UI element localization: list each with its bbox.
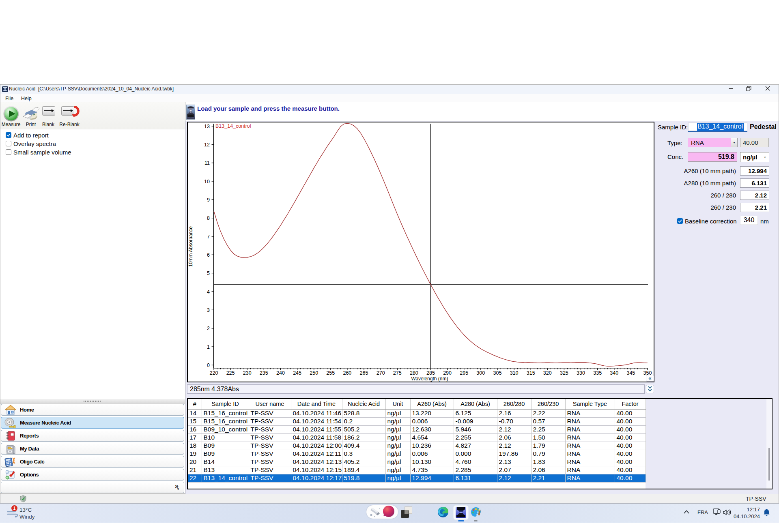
svg-text:300: 300	[476, 370, 485, 376]
svg-text:230: 230	[243, 370, 252, 376]
svg-text:250: 250	[310, 370, 318, 376]
svg-text:245: 245	[293, 370, 301, 376]
svg-text:285: 285	[426, 370, 435, 376]
svg-text:220: 220	[210, 370, 218, 376]
svg-text:290: 290	[443, 370, 452, 376]
svg-text:325: 325	[560, 370, 568, 376]
svg-text:260: 260	[343, 370, 351, 376]
svg-text:10: 10	[204, 179, 210, 184]
svg-text:5: 5	[207, 270, 210, 276]
svg-text:345: 345	[626, 370, 635, 376]
svg-text:11: 11	[204, 160, 210, 166]
svg-text:0: 0	[207, 363, 210, 368]
svg-text:Wavelength (nm): Wavelength (nm)	[411, 376, 448, 382]
svg-text:4: 4	[207, 289, 210, 295]
svg-text:10mm Absorbance: 10mm Absorbance	[188, 226, 194, 267]
svg-text:320: 320	[543, 370, 552, 376]
svg-text:225: 225	[226, 370, 235, 376]
svg-text:2: 2	[207, 326, 210, 331]
svg-text:280: 280	[410, 370, 418, 376]
svg-text:235: 235	[260, 370, 268, 376]
svg-text:295: 295	[460, 370, 468, 376]
svg-text:275: 275	[393, 370, 402, 376]
svg-text:310: 310	[510, 370, 519, 376]
svg-text:7: 7	[207, 234, 210, 240]
svg-text:9: 9	[207, 197, 210, 203]
svg-text:13: 13	[204, 124, 210, 129]
svg-text:B13_14_control: B13_14_control	[215, 123, 251, 129]
svg-text:12: 12	[204, 142, 210, 148]
svg-text:305: 305	[493, 370, 502, 376]
svg-text:265: 265	[360, 370, 368, 376]
svg-text:8: 8	[207, 215, 210, 221]
svg-text:270: 270	[377, 370, 385, 376]
svg-text:340: 340	[610, 370, 618, 376]
svg-text:240: 240	[276, 370, 285, 376]
svg-text:315: 315	[527, 370, 535, 376]
svg-text:6: 6	[207, 252, 210, 258]
svg-text:3: 3	[207, 307, 210, 313]
svg-text:335: 335	[593, 370, 602, 376]
svg-text:1: 1	[207, 344, 210, 350]
svg-text:330: 330	[577, 370, 585, 376]
svg-text:255: 255	[326, 370, 335, 376]
